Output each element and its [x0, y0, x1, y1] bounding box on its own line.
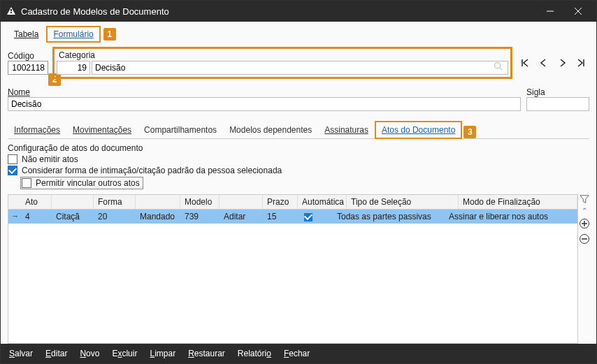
- cell-modelo-nome: Aditar: [220, 210, 263, 223]
- label-permitir: Permitir vincular outros atos: [36, 178, 140, 188]
- view-tabs: Tabela Formulário 1: [8, 26, 589, 45]
- categoria-box: Categoria: [52, 47, 512, 79]
- content-area: Tabela Formulário 1 Código Categoria: [1, 22, 596, 344]
- col-tipo[interactable]: Tipo de Seleção: [347, 195, 459, 209]
- cell-automatica: [284, 210, 333, 223]
- remove-row-button[interactable]: [578, 233, 591, 245]
- add-row-button[interactable]: [578, 217, 591, 230]
- filter-icon[interactable]: [580, 194, 589, 204]
- cell-forma: 20: [94, 210, 136, 223]
- callout-3: 3: [463, 126, 476, 138]
- relatorio-button[interactable]: Relatório: [238, 349, 271, 358]
- novo-button[interactable]: Novo: [80, 349, 99, 358]
- grid-body[interactable]: → 4 Citaçã 20 Mandado 739 Aditar 15 Toda…: [8, 210, 577, 343]
- nav-last-button[interactable]: [574, 57, 587, 69]
- config-title: Configuração de atos do documento: [8, 143, 589, 153]
- table-row[interactable]: 4 Citaçã 20 Mandado 739 Aditar 15 Todas …: [8, 210, 577, 224]
- scroll-up-icon[interactable]: ⌃: [582, 207, 587, 214]
- editar-button[interactable]: Editar: [45, 349, 67, 358]
- col-forma[interactable]: Forma: [94, 195, 136, 209]
- checkbox-considerar[interactable]: [8, 166, 17, 175]
- svg-point-3: [495, 63, 501, 68]
- categoria-id-input[interactable]: [57, 61, 90, 75]
- sigla-label: Sigla: [526, 87, 589, 97]
- salvar-button[interactable]: SSalvaralvar: [9, 349, 33, 358]
- label-nao-emitir: Não emitir atos: [22, 154, 78, 164]
- window-title: Cadastro de Modelos de Documento: [21, 6, 536, 17]
- col-ato-nm[interactable]: [52, 195, 94, 209]
- minimize-button[interactable]: [536, 1, 564, 22]
- checkbox-nao-emitir[interactable]: [8, 154, 17, 164]
- label-considerar: Considerar forma de intimação/citação pa…: [22, 166, 282, 175]
- tab-tabela[interactable]: Tabela: [8, 27, 45, 42]
- callout-1: 1: [103, 28, 116, 41]
- checkbox-automatica[interactable]: [304, 213, 312, 221]
- tab-modelos-dependentes[interactable]: Modelos dependentes: [223, 122, 318, 138]
- close-button[interactable]: [564, 1, 592, 22]
- cell-prazo: 15: [263, 210, 284, 223]
- detail-tabs: Informações Movimentações Compartilhamen…: [8, 121, 589, 139]
- tab-assinaturas[interactable]: Assinaturas: [318, 122, 375, 138]
- record-nav: [517, 57, 589, 69]
- tab-informacoes[interactable]: Informações: [8, 122, 66, 138]
- col-modelo[interactable]: Modelo: [180, 195, 220, 209]
- fechar-button[interactable]: Fechar: [284, 349, 310, 358]
- nome-label: Nome: [8, 87, 521, 97]
- excluir-button[interactable]: Excluir: [112, 349, 137, 358]
- app-icon: [6, 6, 16, 16]
- nav-next-button[interactable]: [556, 57, 568, 69]
- cell-ato-nome: Citaçã: [52, 210, 94, 223]
- sigla-input[interactable]: [526, 97, 589, 111]
- nav-first-button[interactable]: [519, 57, 532, 69]
- cell-modelo: 739: [180, 210, 220, 223]
- current-row-arrow-icon: →: [11, 212, 19, 220]
- tab-movimentacoes[interactable]: Movimentações: [66, 122, 138, 138]
- cell-modo: Assinar e liberar nos autos: [445, 210, 563, 223]
- grid-side-tools: ⌃: [578, 194, 591, 344]
- tab-compartilhamentos[interactable]: Compartilhamentos: [138, 122, 223, 138]
- cell-tipo: Todas as partes passivas: [333, 210, 445, 223]
- limpar-button[interactable]: Limpar: [150, 349, 175, 358]
- svg-line-4: [500, 68, 502, 70]
- col-prazo[interactable]: Prazo: [263, 195, 298, 209]
- col-modo[interactable]: Modo de Finalização: [459, 195, 577, 209]
- tab-atos-documento[interactable]: Atos do Documento: [375, 121, 462, 139]
- nav-prev-button[interactable]: [538, 57, 550, 69]
- codigo-label: Código: [8, 51, 48, 61]
- categoria-search-input[interactable]: [92, 61, 508, 75]
- restaurar-button[interactable]: Restaurar: [188, 349, 225, 358]
- action-bar: SSalvaralvar Editar Novo Excluir Limpar …: [1, 344, 596, 363]
- cell-ato: 4: [21, 210, 52, 223]
- nome-input[interactable]: [8, 97, 521, 111]
- grid-header: Ato Forma Modelo Prazo Automática Tipo d…: [8, 195, 577, 210]
- col-modelo-nm[interactable]: [220, 195, 263, 209]
- config-section: Configuração de atos do documento Não em…: [8, 143, 589, 190]
- atos-grid: Ato Forma Modelo Prazo Automática Tipo d…: [8, 194, 578, 344]
- titlebar: Cadastro de Modelos de Documento: [1, 1, 596, 22]
- app-window: Cadastro de Modelos de Documento Tabela …: [0, 0, 597, 364]
- checkbox-permitir[interactable]: [22, 178, 31, 188]
- cell-forma-nome: Mandado: [136, 210, 180, 223]
- col-automatica[interactable]: Automática: [298, 195, 347, 209]
- codigo-input[interactable]: [8, 61, 48, 75]
- col-ato[interactable]: Ato: [21, 195, 52, 209]
- tab-formulario[interactable]: Formulário: [46, 26, 100, 43]
- search-icon[interactable]: [494, 61, 503, 71]
- categoria-label: Categoria: [59, 50, 95, 60]
- col-forma-nm[interactable]: [136, 195, 180, 209]
